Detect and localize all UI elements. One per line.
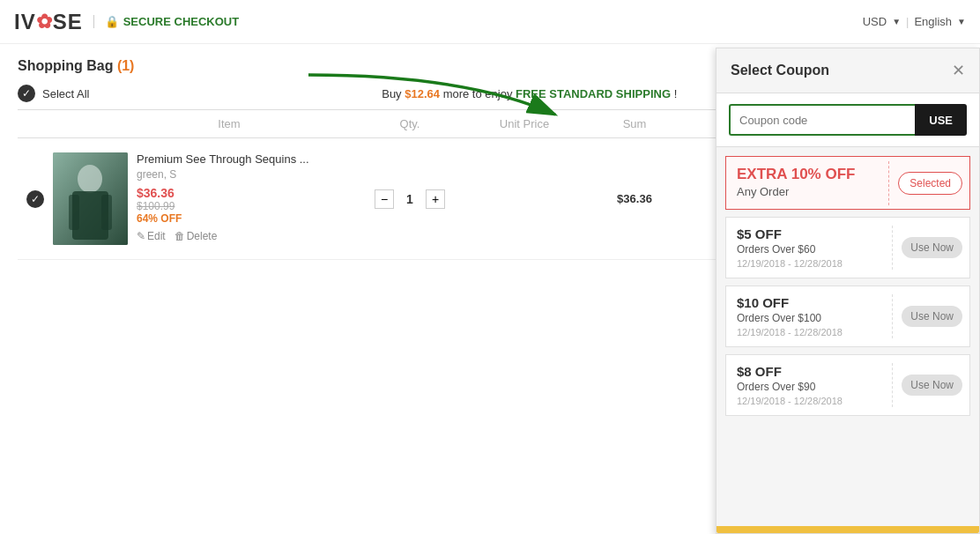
coupon-condition-2: Orders Over $100 [737, 312, 880, 324]
trash-icon: 🗑 [174, 230, 185, 242]
coupon-selected-button-0[interactable]: Selected [898, 172, 962, 195]
coupon-use-button-1[interactable]: Use Now [902, 237, 962, 258]
product-actions: ✎ Edit 🗑 Delete [137, 230, 353, 242]
coupons-list: EXTRA 10% OFF Any Order Selected $5 OFF … [716, 147, 979, 423]
edit-label: Edit [147, 230, 166, 242]
delete-label: Delete [187, 230, 218, 242]
product-discount: 64% OFF [137, 212, 353, 225]
coupon-amount-0: EXTRA 10% OFF [737, 166, 876, 183]
select-all-checkbox[interactable]: ✓ [18, 85, 35, 102]
coupon-condition-1: Orders Over $60 [737, 243, 880, 256]
coupon-left-0: EXTRA 10% OFF Any Order [726, 157, 887, 209]
edit-button[interactable]: ✎ Edit [137, 230, 166, 242]
header-divider: | [906, 15, 909, 28]
product-checkbox[interactable]: ✓ [26, 190, 44, 208]
coupon-item-0: EXTRA 10% OFF Any Order Selected [725, 156, 970, 210]
coupon-divider-1 [892, 226, 893, 270]
coupon-divider-0 [888, 161, 889, 205]
product-img-svg [53, 152, 128, 245]
product-image [53, 152, 128, 245]
logo-se: SE [53, 10, 83, 34]
coupon-panel-title: Select Coupon [731, 63, 829, 78]
coupon-close-button[interactable]: ✕ [952, 61, 965, 80]
checkmark-icon: ✓ [31, 193, 40, 205]
currency-dropdown-icon[interactable]: ▼ [892, 17, 901, 26]
logo-iv: IV [14, 10, 36, 34]
coupon-validity-2: 12/19/2018 - 12/28/2018 [737, 327, 880, 337]
coupon-code-input[interactable] [729, 104, 915, 136]
product-orig-price: $100.99 [137, 200, 353, 212]
secure-checkout-badge: 🔒 SECURE CHECKOUT [93, 15, 239, 28]
coupon-panel-bottom-bar [716, 526, 979, 533]
logo: IV ✿ SE [14, 10, 83, 34]
language-selector[interactable]: English [914, 15, 952, 28]
coupon-use-button[interactable]: USE [915, 104, 967, 136]
product-details: Premium See Through Sequins ... green, S… [137, 152, 353, 242]
checkmark-icon: ✓ [22, 87, 31, 100]
coupon-amount-1: $5 OFF [737, 226, 880, 241]
coupon-divider-3 [892, 363, 893, 407]
th-empty [18, 117, 53, 130]
shopping-bag-count: (1) [117, 58, 135, 73]
qty-control: − 1 + [353, 189, 467, 209]
th-unit-price: Unit Price [467, 117, 582, 130]
qty-decrease-button[interactable]: − [375, 189, 394, 209]
shipping-free: FREE STANDARD SHIPPING [516, 87, 671, 100]
edit-icon: ✎ [137, 230, 145, 242]
delete-button[interactable]: 🗑 Delete [174, 230, 218, 242]
coupon-item-3: $8 OFF Orders Over $90 12/19/2018 - 12/2… [725, 354, 970, 416]
coupon-input-row: USE [716, 93, 979, 147]
select-all-label[interactable]: Select All [42, 87, 89, 100]
language-dropdown-icon[interactable]: ▼ [957, 17, 966, 26]
coupon-validity-3: 12/19/2018 - 12/28/2018 [737, 396, 880, 406]
shipping-price: $12.64 [405, 87, 440, 100]
qty-increase-button[interactable]: + [426, 189, 445, 209]
coupon-panel: Select Coupon ✕ USE EXTRA 10% OFF Any Or… [716, 48, 980, 534]
svg-rect-4 [101, 195, 112, 230]
shipping-middle: more to enjoy [443, 87, 516, 100]
logo-rose-icon: ✿ [36, 12, 53, 32]
coupon-divider-2 [892, 294, 893, 338]
currency-selector[interactable]: USD [863, 15, 887, 28]
qty-value: 1 [401, 192, 419, 206]
th-item: Item [53, 117, 353, 130]
shopping-bag-label: Shopping Bag [18, 58, 113, 73]
product-variant: green, S [137, 168, 353, 181]
shipping-prefix: Buy [382, 87, 405, 100]
svg-point-1 [78, 165, 102, 193]
coupon-condition-0: Any Order [737, 185, 876, 198]
product-cell: Premium See Through Sequins ... green, S… [53, 152, 353, 245]
sum-cell: $36.36 [582, 192, 687, 205]
row-checkbox[interactable]: ✓ [18, 190, 53, 208]
coupon-validity-1: 12/19/2018 - 12/28/2018 [737, 258, 880, 269]
th-qty: Qty. [353, 117, 467, 130]
header-right: USD ▼ | English ▼ [863, 15, 966, 28]
coupon-use-button-3[interactable]: Use Now [902, 375, 962, 396]
coupon-item-1: $5 OFF Orders Over $60 12/19/2018 - 12/2… [725, 217, 970, 278]
coupon-left-3: $8 OFF Orders Over $90 12/19/2018 - 12/2… [726, 355, 890, 415]
secure-checkout-text: SECURE CHECKOUT [123, 15, 239, 28]
product-sale-price: $36.36 [137, 186, 353, 200]
coupon-panel-header: Select Coupon ✕ [716, 48, 979, 93]
coupon-amount-2: $10 OFF [737, 295, 880, 310]
lock-icon: 🔒 [105, 15, 119, 28]
coupon-amount-3: $8 OFF [737, 364, 880, 379]
product-name: Premium See Through Sequins ... [137, 152, 353, 166]
coupon-left-1: $5 OFF Orders Over $60 12/19/2018 - 12/2… [726, 218, 890, 278]
shipping-suffix: ! [674, 87, 678, 100]
coupon-use-button-2[interactable]: Use Now [902, 306, 962, 327]
svg-rect-3 [69, 195, 79, 230]
coupon-condition-3: Orders Over $90 [737, 381, 880, 393]
header: IV ✿ SE 🔒 SECURE CHECKOUT USD ▼ | Englis… [0, 0, 980, 44]
coupon-item-2: $10 OFF Orders Over $100 12/19/2018 - 12… [725, 286, 970, 347]
coupon-left-2: $10 OFF Orders Over $100 12/19/2018 - 12… [726, 286, 890, 346]
th-sum: Sum [582, 117, 687, 130]
